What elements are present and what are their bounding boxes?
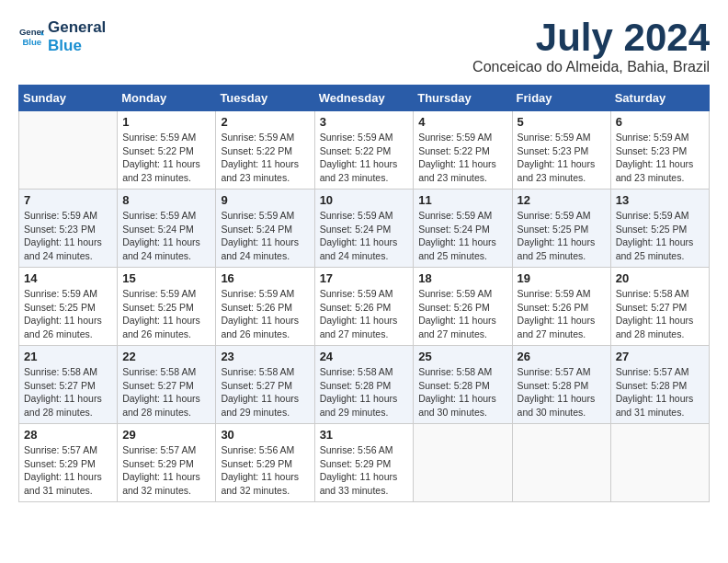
- day-info: Sunrise: 5:59 AMSunset: 5:25 PMDaylight:…: [24, 287, 112, 341]
- day-number: 19: [518, 271, 606, 285]
- day-number: 31: [320, 428, 409, 442]
- day-number: 3: [320, 115, 409, 129]
- calendar-cell: 7Sunrise: 5:59 AMSunset: 5:23 PMDaylight…: [19, 190, 118, 268]
- day-number: 7: [24, 193, 112, 207]
- logo-text-general: General: [48, 18, 106, 37]
- day-number: 13: [616, 193, 704, 207]
- logo: General Blue General Blue: [18, 18, 106, 56]
- day-number: 29: [122, 428, 210, 442]
- day-header-wednesday: Wednesday: [314, 86, 414, 111]
- calendar-week-row: 1Sunrise: 5:59 AMSunset: 5:22 PMDaylight…: [19, 111, 710, 190]
- day-number: 2: [221, 115, 309, 129]
- title-section: July 2024 Conceicao do Almeida, Bahia, B…: [472, 18, 710, 75]
- day-info: Sunrise: 5:59 AMSunset: 5:26 PMDaylight:…: [518, 287, 606, 341]
- month-year-title: July 2024: [472, 18, 710, 57]
- day-number: 23: [221, 350, 309, 363]
- calendar-cell: [19, 111, 118, 190]
- day-header-sunday: Sunday: [19, 86, 118, 111]
- calendar-cell: 19Sunrise: 5:59 AMSunset: 5:26 PMDayligh…: [512, 268, 610, 346]
- day-info: Sunrise: 5:58 AMSunset: 5:28 PMDaylight:…: [320, 365, 409, 419]
- calendar-cell: 9Sunrise: 5:59 AMSunset: 5:24 PMDaylight…: [216, 190, 314, 268]
- calendar-cell: [512, 424, 610, 502]
- day-header-saturday: Saturday: [610, 86, 709, 111]
- calendar-week-row: 7Sunrise: 5:59 AMSunset: 5:23 PMDaylight…: [19, 190, 710, 268]
- day-number: 18: [418, 271, 506, 285]
- day-number: 28: [24, 428, 112, 442]
- day-info: Sunrise: 5:57 AMSunset: 5:28 PMDaylight:…: [518, 365, 606, 419]
- day-number: 4: [418, 115, 506, 129]
- calendar-cell: 1Sunrise: 5:59 AMSunset: 5:22 PMDaylight…: [118, 111, 216, 190]
- calendar-cell: 23Sunrise: 5:58 AMSunset: 5:27 PMDayligh…: [216, 346, 314, 424]
- day-info: Sunrise: 5:59 AMSunset: 5:25 PMDaylight:…: [616, 209, 704, 263]
- day-header-monday: Monday: [118, 86, 216, 111]
- day-info: Sunrise: 5:58 AMSunset: 5:27 PMDaylight:…: [221, 365, 309, 419]
- calendar-cell: 24Sunrise: 5:58 AMSunset: 5:28 PMDayligh…: [314, 346, 414, 424]
- day-info: Sunrise: 5:59 AMSunset: 5:26 PMDaylight:…: [221, 287, 309, 341]
- calendar-cell: 15Sunrise: 5:59 AMSunset: 5:25 PMDayligh…: [118, 268, 216, 346]
- day-info: Sunrise: 5:59 AMSunset: 5:26 PMDaylight:…: [418, 287, 506, 341]
- day-header-friday: Friday: [512, 86, 610, 111]
- location-subtitle: Conceicao do Almeida, Bahia, Brazil: [472, 59, 710, 75]
- day-number: 8: [122, 193, 210, 207]
- calendar-cell: 2Sunrise: 5:59 AMSunset: 5:22 PMDaylight…: [216, 111, 314, 190]
- day-info: Sunrise: 5:57 AMSunset: 5:28 PMDaylight:…: [616, 365, 704, 419]
- calendar-cell: 11Sunrise: 5:59 AMSunset: 5:24 PMDayligh…: [414, 190, 512, 268]
- svg-text:Blue: Blue: [22, 37, 41, 47]
- day-info: Sunrise: 5:58 AMSunset: 5:27 PMDaylight:…: [24, 365, 112, 419]
- day-number: 5: [518, 115, 606, 129]
- day-info: Sunrise: 5:59 AMSunset: 5:23 PMDaylight:…: [616, 131, 704, 185]
- day-info: Sunrise: 5:59 AMSunset: 5:25 PMDaylight:…: [122, 287, 210, 341]
- calendar-cell: 21Sunrise: 5:58 AMSunset: 5:27 PMDayligh…: [19, 346, 118, 424]
- calendar-cell: 6Sunrise: 5:59 AMSunset: 5:23 PMDaylight…: [610, 111, 709, 190]
- calendar-cell: 10Sunrise: 5:59 AMSunset: 5:24 PMDayligh…: [314, 190, 414, 268]
- calendar-cell: 3Sunrise: 5:59 AMSunset: 5:22 PMDaylight…: [314, 111, 414, 190]
- calendar-cell: 12Sunrise: 5:59 AMSunset: 5:25 PMDayligh…: [512, 190, 610, 268]
- calendar-week-row: 14Sunrise: 5:59 AMSunset: 5:25 PMDayligh…: [19, 268, 710, 346]
- calendar-cell: 29Sunrise: 5:57 AMSunset: 5:29 PMDayligh…: [118, 424, 216, 502]
- calendar-cell: 4Sunrise: 5:59 AMSunset: 5:22 PMDaylight…: [414, 111, 512, 190]
- day-info: Sunrise: 5:59 AMSunset: 5:26 PMDaylight:…: [320, 287, 409, 341]
- day-info: Sunrise: 5:57 AMSunset: 5:29 PMDaylight:…: [24, 443, 112, 498]
- page-header: General Blue General Blue July 2024 Conc…: [18, 18, 710, 75]
- day-number: 30: [221, 428, 309, 442]
- day-number: 9: [221, 193, 309, 207]
- calendar-cell: 30Sunrise: 5:56 AMSunset: 5:29 PMDayligh…: [216, 424, 314, 502]
- day-number: 21: [24, 350, 112, 363]
- calendar-cell: 31Sunrise: 5:56 AMSunset: 5:29 PMDayligh…: [314, 424, 414, 502]
- day-number: 25: [418, 350, 506, 363]
- day-number: 24: [320, 350, 409, 363]
- day-number: 11: [418, 193, 506, 207]
- day-number: 14: [24, 271, 112, 285]
- calendar-cell: 5Sunrise: 5:59 AMSunset: 5:23 PMDaylight…: [512, 111, 610, 190]
- day-info: Sunrise: 5:59 AMSunset: 5:25 PMDaylight:…: [518, 209, 606, 263]
- logo-text-blue: Blue: [48, 37, 106, 55]
- calendar-cell: 13Sunrise: 5:59 AMSunset: 5:25 PMDayligh…: [610, 190, 709, 268]
- svg-text:General: General: [19, 28, 44, 38]
- calendar-cell: 26Sunrise: 5:57 AMSunset: 5:28 PMDayligh…: [512, 346, 610, 424]
- day-info: Sunrise: 5:59 AMSunset: 5:24 PMDaylight:…: [418, 209, 506, 263]
- day-info: Sunrise: 5:59 AMSunset: 5:22 PMDaylight:…: [122, 131, 210, 185]
- logo-icon: General Blue: [18, 24, 44, 50]
- calendar-week-row: 28Sunrise: 5:57 AMSunset: 5:29 PMDayligh…: [19, 424, 710, 502]
- day-number: 16: [221, 271, 309, 285]
- calendar-cell: 17Sunrise: 5:59 AMSunset: 5:26 PMDayligh…: [314, 268, 414, 346]
- day-info: Sunrise: 5:59 AMSunset: 5:24 PMDaylight:…: [320, 209, 409, 263]
- day-header-thursday: Thursday: [414, 86, 512, 111]
- day-info: Sunrise: 5:57 AMSunset: 5:29 PMDaylight:…: [122, 443, 210, 498]
- day-info: Sunrise: 5:59 AMSunset: 5:24 PMDaylight:…: [122, 209, 210, 263]
- calendar-cell: 14Sunrise: 5:59 AMSunset: 5:25 PMDayligh…: [19, 268, 118, 346]
- calendar-cell: [610, 424, 709, 502]
- calendar-cell: 20Sunrise: 5:58 AMSunset: 5:27 PMDayligh…: [610, 268, 709, 346]
- day-number: 1: [122, 115, 210, 129]
- calendar-cell: 28Sunrise: 5:57 AMSunset: 5:29 PMDayligh…: [19, 424, 118, 502]
- day-header-tuesday: Tuesday: [216, 86, 314, 111]
- day-number: 20: [616, 271, 704, 285]
- day-number: 6: [616, 115, 704, 129]
- day-number: 17: [320, 271, 409, 285]
- day-info: Sunrise: 5:56 AMSunset: 5:29 PMDaylight:…: [320, 443, 409, 498]
- day-number: 27: [616, 350, 704, 363]
- day-number: 15: [122, 271, 210, 285]
- day-info: Sunrise: 5:59 AMSunset: 5:24 PMDaylight:…: [221, 209, 309, 263]
- day-info: Sunrise: 5:59 AMSunset: 5:22 PMDaylight:…: [418, 131, 506, 185]
- day-number: 10: [320, 193, 409, 207]
